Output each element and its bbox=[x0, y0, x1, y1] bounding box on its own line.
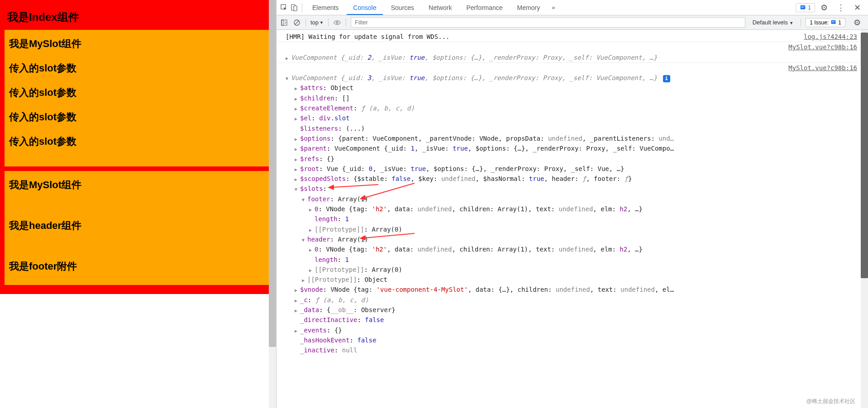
expand-icon[interactable] bbox=[302, 275, 307, 284]
log-message: [HMR] Waiting for update signal from WDS… bbox=[286, 32, 449, 41]
svg-rect-4 bbox=[801, 6, 805, 7]
tab-console[interactable]: Console bbox=[347, 0, 382, 15]
myslot-title: 我是MySlot组件 bbox=[9, 37, 267, 51]
issues-pill[interactable]: 1 Issue: 1 bbox=[806, 18, 845, 27]
close-icon[interactable]: ✕ bbox=[850, 1, 864, 14]
expand-icon[interactable] bbox=[295, 164, 300, 173]
issue-count: 1 bbox=[808, 5, 811, 11]
source-link[interactable]: MySlot.vue?c98b:16 bbox=[788, 43, 857, 52]
svg-line-9 bbox=[295, 21, 299, 24]
collapse-icon[interactable] bbox=[302, 195, 307, 204]
log-levels-selector[interactable]: Default levels ▼ bbox=[750, 19, 796, 26]
context-selector[interactable]: top ▼ bbox=[310, 19, 324, 26]
more-tabs-icon[interactable]: » bbox=[548, 4, 558, 11]
source-link[interactable]: log.js?4244:23 bbox=[804, 32, 857, 41]
tab-network[interactable]: Network bbox=[422, 0, 458, 15]
console-toolbar: top ▼ Default levels ▼ 1 Issue: 1 ⚙ bbox=[277, 15, 868, 30]
tab-sources[interactable]: Sources bbox=[385, 0, 420, 15]
myslot-component-2: 我是MySlot组件 我是header组件 我是footer附件 bbox=[5, 171, 272, 285]
expand-icon[interactable] bbox=[309, 245, 315, 254]
svg-rect-7 bbox=[281, 20, 283, 25]
header-slot: 我是header组件 bbox=[9, 219, 267, 232]
app-viewport: 我是Index组件 我是MySlot组件 传入的slot参数 传入的slot参数… bbox=[0, 0, 276, 408]
svg-rect-13 bbox=[832, 21, 835, 22]
devtools-panel: Elements Console Sources Network Perform… bbox=[276, 0, 868, 408]
svg-point-10 bbox=[334, 21, 340, 24]
slot-param: 传入的slot参数 bbox=[9, 86, 267, 100]
clear-icon[interactable] bbox=[293, 19, 301, 27]
filter-input[interactable] bbox=[351, 17, 745, 28]
expand-icon[interactable] bbox=[309, 265, 315, 274]
expand-icon[interactable] bbox=[295, 94, 300, 103]
issue-badge[interactable]: 1 bbox=[796, 3, 815, 12]
info-badge-icon[interactable]: i bbox=[663, 75, 670, 82]
expand-icon[interactable] bbox=[295, 305, 300, 314]
gear-icon[interactable]: ⚙ bbox=[850, 16, 864, 29]
sidebar-toggle-icon[interactable] bbox=[280, 19, 288, 27]
myslot-component-1: 我是MySlot组件 传入的slot参数 传入的slot参数 传入的slot参数… bbox=[5, 30, 272, 166]
svg-rect-5 bbox=[801, 7, 803, 8]
collapse-icon[interactable] bbox=[302, 235, 307, 244]
index-component: 我是Index组件 我是MySlot组件 传入的slot参数 传入的slot参数… bbox=[0, 0, 276, 294]
expand-icon[interactable] bbox=[295, 104, 300, 113]
svg-rect-14 bbox=[832, 22, 834, 23]
expand-icon[interactable] bbox=[295, 154, 300, 163]
svg-point-11 bbox=[336, 22, 338, 24]
expand-icon[interactable] bbox=[295, 134, 300, 143]
devtools-tabs: Elements Console Sources Network Perform… bbox=[277, 0, 868, 15]
expand-icon[interactable] bbox=[295, 83, 300, 92]
myslot-title: 我是MySlot组件 bbox=[9, 178, 267, 192]
expand-icon[interactable] bbox=[295, 114, 300, 123]
collapse-icon[interactable] bbox=[286, 73, 291, 82]
expand-icon[interactable] bbox=[295, 144, 300, 153]
svg-line-15 bbox=[333, 185, 378, 187]
expand-icon[interactable] bbox=[295, 174, 300, 183]
slot-param: 传入的slot参数 bbox=[9, 135, 267, 148]
expand-icon[interactable] bbox=[286, 53, 291, 62]
device-icon[interactable] bbox=[290, 4, 298, 12]
kebab-icon[interactable]: ⋮ bbox=[833, 1, 849, 14]
tab-performance[interactable]: Performance bbox=[460, 0, 509, 15]
expand-icon[interactable] bbox=[295, 295, 300, 304]
svg-line-17 bbox=[365, 233, 415, 238]
slot-param: 传入的slot参数 bbox=[9, 110, 267, 124]
expand-icon[interactable] bbox=[309, 204, 315, 213]
tab-elements[interactable]: Elements bbox=[306, 0, 345, 15]
expand-icon[interactable] bbox=[295, 326, 300, 335]
tab-memory[interactable]: Memory bbox=[511, 0, 547, 15]
index-title: 我是Index组件 bbox=[5, 5, 272, 30]
collapse-icon[interactable] bbox=[295, 184, 300, 193]
scrollbar[interactable] bbox=[269, 0, 276, 408]
scrollbar[interactable] bbox=[861, 30, 868, 408]
expand-icon[interactable] bbox=[309, 225, 315, 234]
eye-icon[interactable] bbox=[333, 19, 341, 27]
watermark: @稀土掘金技术社区 bbox=[806, 398, 855, 405]
inspect-icon[interactable] bbox=[280, 4, 288, 12]
footer-slot: 我是footer附件 bbox=[9, 260, 267, 273]
svg-rect-2 bbox=[294, 6, 297, 11]
console-output[interactable]: [HMR] Waiting for update signal from WDS… bbox=[277, 30, 861, 408]
source-link[interactable]: MySlot.vue?c98b:16 bbox=[788, 63, 857, 72]
expand-icon[interactable] bbox=[295, 285, 300, 294]
gear-icon[interactable]: ⚙ bbox=[817, 1, 831, 14]
slot-param: 传入的slot参数 bbox=[9, 62, 267, 75]
